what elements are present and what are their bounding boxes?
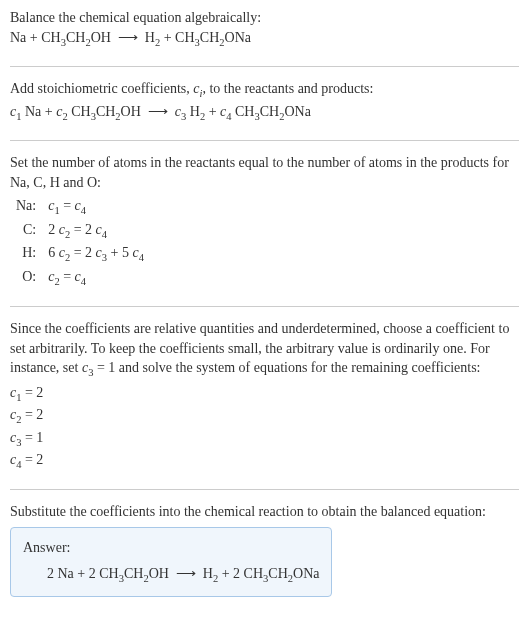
- answer-equation: 2 Na + 2 CH3CH2OH ⟶ H2 + 2 CH3CH2ONa: [23, 564, 319, 586]
- section-solve: Since the coefficients are relative quan…: [10, 319, 519, 473]
- text: Add stoichiometric coefficients,: [10, 81, 193, 96]
- variable-set: c3 = 1: [82, 360, 115, 375]
- section-substitute: Substitute the coefficients into the che…: [10, 502, 519, 598]
- balance-equation: 6 c2 = 2 c3 + 5 c4: [42, 243, 150, 266]
- coeff-line: c2 = 2: [10, 405, 519, 427]
- table-row: C: 2 c2 = 2 c4: [10, 220, 150, 243]
- coeff-line: c4 = 2: [10, 450, 519, 472]
- balance-equation: c2 = c4: [42, 267, 150, 290]
- element-label: Na:: [10, 196, 42, 219]
- text: , to the reactants and products:: [202, 81, 373, 96]
- text: and solve the system of equations for th…: [115, 360, 480, 375]
- section-atom-balance: Set the number of atoms in the reactants…: [10, 153, 519, 290]
- coefficient-solutions: c1 = 2 c2 = 2 c3 = 1 c4 = 2: [10, 383, 519, 473]
- divider: [10, 489, 519, 490]
- table-row: O: c2 = c4: [10, 267, 150, 290]
- substitute-title: Substitute the coefficients into the che…: [10, 502, 519, 522]
- coeff-line: c1 = 2: [10, 383, 519, 405]
- table-row: Na: c1 = c4: [10, 196, 150, 219]
- divider: [10, 140, 519, 141]
- solve-title: Since the coefficients are relative quan…: [10, 319, 519, 381]
- coeff-line: c3 = 1: [10, 428, 519, 450]
- coefficients-equation: c1 Na + c2 CH3CH2OH ⟶ c3 H2 + c4 CH3CH2O…: [10, 102, 519, 124]
- element-label: O:: [10, 267, 42, 290]
- coefficients-title: Add stoichiometric coefficients, ci, to …: [10, 79, 519, 101]
- answer-box: Answer: 2 Na + 2 CH3CH2OH ⟶ H2 + 2 CH3CH…: [10, 527, 332, 597]
- table-row: H: 6 c2 = 2 c3 + 5 c4: [10, 243, 150, 266]
- divider: [10, 66, 519, 67]
- balance-equation: c1 = c4: [42, 196, 150, 219]
- section-problem: Balance the chemical equation algebraica…: [10, 8, 519, 50]
- divider: [10, 306, 519, 307]
- atom-balance-table: Na: c1 = c4 C: 2 c2 = 2 c4 H: 6 c2 = 2 c…: [10, 196, 150, 290]
- answer-label: Answer:: [23, 538, 319, 558]
- element-label: H:: [10, 243, 42, 266]
- problem-equation: Na + CH3CH2OH ⟶ H2 + CH3CH2ONa: [10, 28, 519, 50]
- problem-title: Balance the chemical equation algebraica…: [10, 8, 519, 28]
- balance-equation: 2 c2 = 2 c4: [42, 220, 150, 243]
- element-label: C:: [10, 220, 42, 243]
- section-coefficients: Add stoichiometric coefficients, ci, to …: [10, 79, 519, 124]
- atom-balance-title: Set the number of atoms in the reactants…: [10, 153, 519, 192]
